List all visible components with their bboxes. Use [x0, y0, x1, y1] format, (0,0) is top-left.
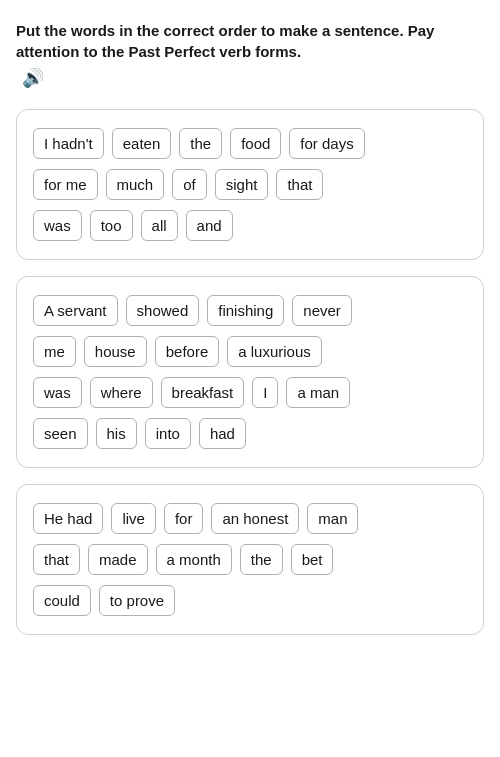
word-tile[interactable]: his: [96, 418, 137, 449]
word-tile[interactable]: eaten: [112, 128, 172, 159]
word-tile[interactable]: I hadn't: [33, 128, 104, 159]
word-tile[interactable]: for days: [289, 128, 364, 159]
word-tile[interactable]: that: [276, 169, 323, 200]
word-tile[interactable]: was: [33, 210, 82, 241]
word-row-3-3: couldto prove: [33, 585, 467, 616]
word-row-3-1: He hadliveforan honestman: [33, 503, 467, 534]
word-tile[interactable]: sight: [215, 169, 269, 200]
word-tile[interactable]: to prove: [99, 585, 175, 616]
word-tile[interactable]: where: [90, 377, 153, 408]
exercise-box-2: A servantshowedfinishingnevermehousebefo…: [16, 276, 484, 468]
word-tile[interactable]: He had: [33, 503, 103, 534]
word-tile[interactable]: much: [106, 169, 165, 200]
word-row-1-2: for memuchofsightthat: [33, 169, 467, 200]
word-tile[interactable]: I: [252, 377, 278, 408]
word-row-2-3: waswherebreakfastIa man: [33, 377, 467, 408]
word-tile[interactable]: the: [240, 544, 283, 575]
word-tile[interactable]: the: [179, 128, 222, 159]
instructions: Put the words in the correct order to ma…: [16, 20, 484, 91]
instructions-text: Put the words in the correct order to ma…: [16, 20, 484, 62]
word-tile[interactable]: food: [230, 128, 281, 159]
word-tile[interactable]: an honest: [211, 503, 299, 534]
word-row-2-1: A servantshowedfinishingnever: [33, 295, 467, 326]
word-row-1-3: wastooalland: [33, 210, 467, 241]
exercises-container: I hadn'teatenthefoodfor daysfor memuchof…: [16, 109, 484, 635]
word-tile[interactable]: me: [33, 336, 76, 367]
word-row-1-1: I hadn'teatenthefoodfor days: [33, 128, 467, 159]
word-tile[interactable]: seen: [33, 418, 88, 449]
word-tile[interactable]: that: [33, 544, 80, 575]
word-row-2-4: seenhisintohad: [33, 418, 467, 449]
word-tile[interactable]: A servant: [33, 295, 118, 326]
exercise-box-1: I hadn'teatenthefoodfor daysfor memuchof…: [16, 109, 484, 260]
word-tile[interactable]: too: [90, 210, 133, 241]
word-tile[interactable]: before: [155, 336, 220, 367]
word-tile[interactable]: was: [33, 377, 82, 408]
word-row-2-2: mehousebeforea luxurious: [33, 336, 467, 367]
sound-icon[interactable]: 🔊: [22, 66, 44, 91]
word-tile[interactable]: a month: [156, 544, 232, 575]
word-tile[interactable]: and: [186, 210, 233, 241]
word-tile[interactable]: a luxurious: [227, 336, 322, 367]
word-tile[interactable]: house: [84, 336, 147, 367]
word-tile[interactable]: live: [111, 503, 156, 534]
word-row-3-2: thatmadea monththebet: [33, 544, 467, 575]
word-tile[interactable]: of: [172, 169, 207, 200]
word-tile[interactable]: into: [145, 418, 191, 449]
word-tile[interactable]: made: [88, 544, 148, 575]
word-tile[interactable]: all: [141, 210, 178, 241]
word-tile[interactable]: bet: [291, 544, 334, 575]
word-tile[interactable]: showed: [126, 295, 200, 326]
word-tile[interactable]: a man: [286, 377, 350, 408]
word-tile[interactable]: never: [292, 295, 352, 326]
word-tile[interactable]: finishing: [207, 295, 284, 326]
word-tile[interactable]: breakfast: [161, 377, 245, 408]
word-tile[interactable]: for me: [33, 169, 98, 200]
word-tile[interactable]: man: [307, 503, 358, 534]
word-tile[interactable]: could: [33, 585, 91, 616]
word-tile[interactable]: for: [164, 503, 204, 534]
word-tile[interactable]: had: [199, 418, 246, 449]
exercise-box-3: He hadliveforan honestmanthatmadea month…: [16, 484, 484, 635]
